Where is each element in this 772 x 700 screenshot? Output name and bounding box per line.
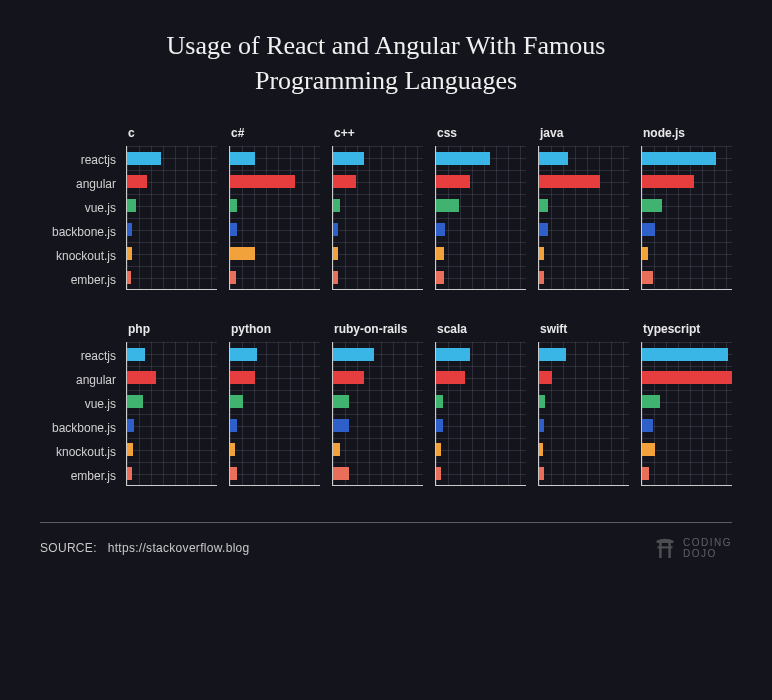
bar-reactjs: [230, 152, 255, 165]
title-line2: Programming Languages: [255, 66, 517, 95]
bar-backbonejs: [230, 223, 237, 236]
bars: [230, 342, 320, 485]
panel-body: [126, 146, 217, 290]
panel-body: [641, 146, 732, 290]
bar-vuejs: [127, 395, 143, 408]
panel-title: php: [126, 322, 217, 336]
bar-knockoutjs: [642, 247, 648, 260]
bar-backbonejs: [127, 419, 134, 432]
y-axis-label: backbone.js: [40, 416, 126, 440]
bar-vuejs: [539, 199, 548, 212]
bar-row: [127, 265, 217, 289]
bar-row: [436, 194, 526, 218]
bar-backbonejs: [436, 223, 445, 236]
bar-row: [333, 146, 423, 170]
bar-row: [539, 438, 629, 462]
chart-panel: node.js: [641, 126, 732, 292]
bar-knockoutjs: [436, 443, 441, 456]
bar-row: [539, 265, 629, 289]
bar-reactjs: [642, 152, 716, 165]
bar-reactjs: [333, 152, 364, 165]
bar-vuejs: [436, 395, 443, 408]
bar-row: [127, 194, 217, 218]
bar-row: [333, 414, 423, 438]
panel-body: [229, 342, 320, 486]
bar-row: [539, 390, 629, 414]
bar-row: [230, 265, 320, 289]
bar-row: [230, 170, 320, 194]
bar-backbonejs: [539, 223, 548, 236]
panel-body: [435, 342, 526, 486]
svg-rect-2: [658, 547, 673, 549]
bar-vuejs: [333, 199, 340, 212]
torii-gate-icon: [655, 537, 675, 559]
bar-row: [333, 366, 423, 390]
panel-body: [229, 146, 320, 290]
bar-vuejs: [642, 395, 660, 408]
bar-reactjs: [539, 348, 566, 361]
bar-row: [642, 194, 732, 218]
bar-emberjs: [642, 271, 653, 284]
bar-row: [333, 265, 423, 289]
bar-row: [230, 438, 320, 462]
bar-row: [127, 438, 217, 462]
bar-row: [333, 194, 423, 218]
chart-panel: ruby-on-rails: [332, 322, 423, 488]
bar-row: [230, 194, 320, 218]
bar-row: [436, 414, 526, 438]
footer: SOURCE: https://stackoverflow.blog CODIN…: [40, 537, 732, 559]
y-axis-label: knockout.js: [40, 440, 126, 464]
y-axis-label: backbone.js: [40, 220, 126, 244]
bar-vuejs: [539, 395, 545, 408]
bars: [642, 342, 732, 485]
bar-backbonejs: [127, 223, 132, 236]
bar-knockoutjs: [539, 247, 544, 260]
chart-row: reactjsangularvue.jsbackbone.jsknockout.…: [40, 322, 732, 488]
bar-reactjs: [642, 348, 728, 361]
small-multiples-grid: reactjsangularvue.jsbackbone.jsknockout.…: [40, 126, 732, 488]
panel-body: [641, 342, 732, 486]
bar-backbonejs: [333, 223, 338, 236]
chart-title: Usage of React and Angular With Famous P…: [40, 28, 732, 98]
bar-angular: [642, 175, 694, 188]
bars: [436, 342, 526, 485]
bar-row: [127, 170, 217, 194]
y-axis-label: angular: [40, 172, 126, 196]
bar-row: [230, 414, 320, 438]
bar-knockoutjs: [642, 443, 655, 456]
bar-knockoutjs: [127, 443, 133, 456]
bar-emberjs: [127, 271, 131, 284]
chart-panel: php: [126, 322, 217, 488]
bar-row: [333, 342, 423, 366]
bar-angular: [333, 175, 356, 188]
bar-row: [539, 414, 629, 438]
bar-emberjs: [642, 467, 649, 480]
y-axis-label: vue.js: [40, 392, 126, 416]
y-axis-labels: reactjsangularvue.jsbackbone.jsknockout.…: [40, 322, 126, 488]
panel-title: scala: [435, 322, 526, 336]
bar-angular: [539, 371, 552, 384]
panel-title: c: [126, 126, 217, 140]
bar-knockoutjs: [230, 247, 255, 260]
bar-row: [436, 461, 526, 485]
bar-backbonejs: [642, 223, 655, 236]
bar-reactjs: [436, 152, 490, 165]
bar-angular: [333, 371, 364, 384]
bar-row: [333, 242, 423, 266]
bars: [333, 342, 423, 485]
bar-row: [642, 366, 732, 390]
bar-row: [436, 242, 526, 266]
bars: [436, 146, 526, 289]
bar-row: [127, 242, 217, 266]
chart-panel: c++: [332, 126, 423, 292]
panel-body: [435, 146, 526, 290]
y-axis-labels: reactjsangularvue.jsbackbone.jsknockout.…: [40, 126, 126, 292]
y-axis-label: knockout.js: [40, 244, 126, 268]
bar-knockoutjs: [333, 247, 338, 260]
logo-text-line2: DOJO: [683, 548, 732, 559]
bar-row: [436, 366, 526, 390]
chart-panel: scala: [435, 322, 526, 488]
panel-title: ruby-on-rails: [332, 322, 423, 336]
bar-row: [539, 218, 629, 242]
bar-row: [642, 438, 732, 462]
